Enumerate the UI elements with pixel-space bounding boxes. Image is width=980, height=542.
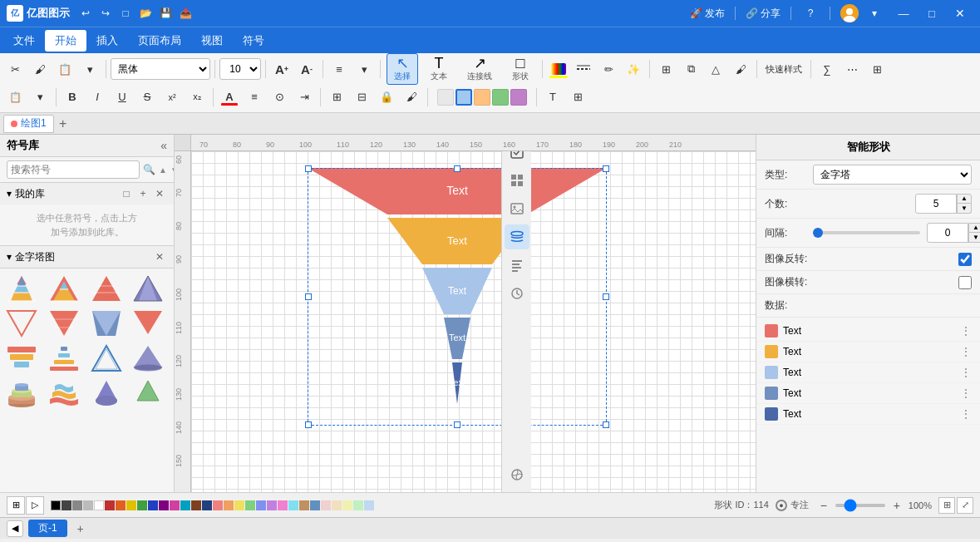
data-color-1[interactable] bbox=[765, 324, 778, 338]
pyramid-shape[interactable]: Text Text Text Text Text bbox=[308, 168, 607, 426]
italic-button[interactable]: I bbox=[86, 86, 109, 108]
undo-button[interactable]: ↩ bbox=[76, 4, 95, 22]
symbol-item-9[interactable] bbox=[3, 342, 40, 375]
help-button[interactable]: ? bbox=[801, 4, 820, 22]
more-button[interactable]: ⋯ bbox=[840, 58, 864, 80]
type-select[interactable]: 金字塔 bbox=[813, 165, 972, 185]
cs-r10[interactable] bbox=[202, 500, 212, 510]
symbol-item-11[interactable] bbox=[88, 342, 125, 375]
data-color-5[interactable] bbox=[765, 407, 778, 421]
cs-r4[interactable] bbox=[137, 500, 147, 510]
shape-tool-button[interactable]: □ 形状 bbox=[505, 53, 536, 85]
font-family-select[interactable]: 黑体 bbox=[111, 58, 210, 80]
cs-r21[interactable] bbox=[321, 500, 331, 510]
cs-r7[interactable] bbox=[170, 500, 180, 510]
count-input[interactable] bbox=[915, 194, 957, 214]
position-button[interactable]: ⊞ bbox=[654, 58, 677, 80]
font-size-increase[interactable]: A+ bbox=[270, 58, 293, 80]
font-size-decrease[interactable]: A- bbox=[295, 58, 318, 80]
r2-b4[interactable]: 🖌 bbox=[400, 86, 423, 108]
cs-r15[interactable] bbox=[256, 500, 266, 510]
current-page-tab[interactable]: 页-1 bbox=[28, 520, 67, 537]
font-color-button[interactable]: A bbox=[218, 86, 241, 108]
underline-button[interactable]: U bbox=[111, 86, 134, 108]
new-button[interactable]: □ bbox=[116, 4, 135, 22]
icon-grid[interactable] bbox=[505, 168, 529, 193]
bold-button[interactable]: B bbox=[61, 86, 84, 108]
my-library-close[interactable]: ✕ bbox=[152, 186, 167, 201]
cs-r5[interactable] bbox=[148, 500, 158, 510]
redo-button[interactable]: ↪ bbox=[96, 4, 115, 22]
spacing-input[interactable] bbox=[927, 223, 968, 243]
copy-style-button[interactable]: 🖌 bbox=[28, 58, 52, 80]
superscript-button[interactable]: x² bbox=[160, 86, 184, 108]
data-color-4[interactable] bbox=[765, 387, 778, 400]
pyramid-section-header[interactable]: ▾ 金字塔图 ✕ bbox=[0, 246, 174, 269]
cs-r3[interactable] bbox=[126, 500, 136, 510]
cs-r8[interactable] bbox=[180, 500, 190, 510]
page-prev-button[interactable]: ◀ bbox=[7, 520, 23, 537]
symbol-item-8[interactable] bbox=[130, 307, 166, 340]
data-more-1[interactable]: ⋮ bbox=[960, 324, 972, 338]
indent-button[interactable]: ⇥ bbox=[293, 86, 316, 108]
search-scroll-up[interactable]: ▲ bbox=[159, 165, 167, 175]
publish-button[interactable]: 🚀 发布 bbox=[690, 7, 725, 21]
icon-layers[interactable] bbox=[505, 224, 529, 249]
symbol-item-3[interactable] bbox=[88, 272, 125, 305]
symbol-item-6[interactable] bbox=[46, 307, 82, 340]
color-swatch-lt-gray[interactable] bbox=[83, 500, 93, 510]
symbol-item-14[interactable] bbox=[46, 377, 82, 410]
list-button[interactable]: ≡ bbox=[243, 86, 266, 108]
open-button[interactable]: 📂 bbox=[136, 4, 155, 22]
color-swatch-dark[interactable] bbox=[62, 500, 71, 510]
line-style-button[interactable] bbox=[572, 58, 595, 80]
symbol-item-5[interactable] bbox=[3, 307, 40, 340]
r2-b3[interactable]: 🔒 bbox=[375, 86, 398, 108]
paste-dropdown[interactable]: ▾ bbox=[78, 58, 101, 80]
format-button[interactable]: 🖌 bbox=[729, 58, 752, 80]
cs-r13[interactable] bbox=[234, 500, 244, 510]
align-left-button[interactable]: ≡ bbox=[327, 58, 351, 80]
paste-button[interactable]: 📋 bbox=[53, 58, 76, 80]
cs-r12[interactable] bbox=[224, 500, 234, 510]
color-swatch-white[interactable] bbox=[94, 500, 104, 510]
select-tool-button[interactable]: ↖ 选择 bbox=[387, 53, 418, 85]
menu-symbol[interactable]: 符号 bbox=[233, 30, 274, 52]
cs-r2[interactable] bbox=[116, 500, 126, 510]
cs-r16[interactable] bbox=[267, 500, 277, 510]
symbol-item-7[interactable] bbox=[88, 307, 125, 340]
r2-b2[interactable]: ⊟ bbox=[350, 86, 373, 108]
insert-formula[interactable]: ∑ bbox=[815, 58, 839, 80]
icon-data[interactable] bbox=[505, 253, 529, 278]
arrange-button[interactable]: ⧉ bbox=[679, 58, 702, 80]
page-size-button[interactable]: ⊞ bbox=[7, 496, 25, 515]
zoom-in-button[interactable]: + bbox=[889, 497, 905, 514]
data-color-3[interactable] bbox=[765, 366, 778, 379]
cs-r20[interactable] bbox=[310, 500, 320, 510]
pen-button[interactable]: ✏ bbox=[597, 58, 620, 80]
strikethrough-button[interactable]: S bbox=[135, 86, 159, 108]
cs-r19[interactable] bbox=[299, 500, 309, 510]
cs-r6[interactable] bbox=[159, 500, 169, 510]
menu-start[interactable]: 开始 bbox=[45, 30, 86, 52]
zoom-slider[interactable] bbox=[835, 504, 885, 507]
my-library-header[interactable]: ▾ 我的库 □ + ✕ bbox=[0, 183, 174, 204]
export-button[interactable]: 📤 bbox=[176, 4, 195, 22]
fullscreen-button[interactable]: ⤢ bbox=[957, 497, 973, 514]
cs-r24[interactable] bbox=[353, 500, 363, 510]
symbol-item-4[interactable] bbox=[130, 272, 166, 305]
menu-page-layout[interactable]: 页面布局 bbox=[128, 30, 191, 52]
my-library-import[interactable]: □ bbox=[119, 186, 134, 201]
tab-drawing1[interactable]: 绘图1 bbox=[3, 115, 54, 133]
bullet-button[interactable]: ⊙ bbox=[268, 86, 291, 108]
cs-r18[interactable] bbox=[288, 500, 298, 510]
font-size-select[interactable]: 10 bbox=[219, 58, 261, 80]
zoom-out-button[interactable]: − bbox=[815, 497, 832, 514]
canvas-area[interactable]: 70 80 90 100 110 120 130 140 150 160 170… bbox=[175, 135, 756, 492]
cs-r23[interactable] bbox=[342, 500, 352, 510]
qs-swatch-1[interactable] bbox=[437, 89, 454, 106]
symbol-item-2[interactable] bbox=[46, 272, 82, 305]
fit-page-button[interactable]: ⊞ bbox=[938, 497, 955, 514]
cs-r14[interactable] bbox=[245, 500, 255, 510]
fill-color-button[interactable] bbox=[547, 58, 570, 80]
